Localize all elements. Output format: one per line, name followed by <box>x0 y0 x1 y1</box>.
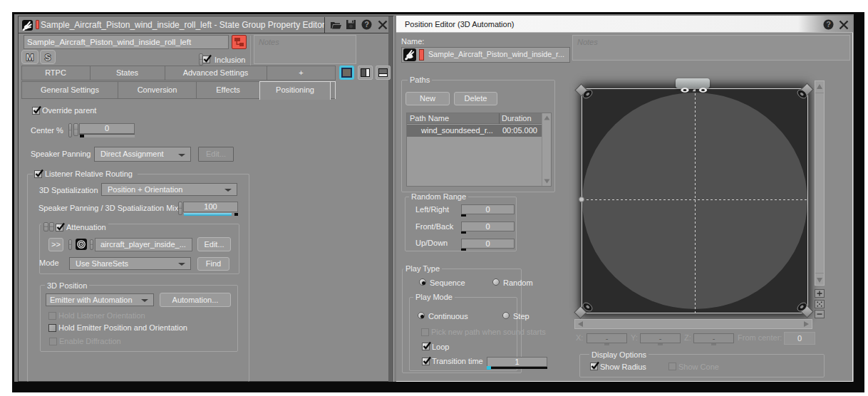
svg-text:M: M <box>26 52 34 63</box>
svg-text:S: S <box>45 52 51 63</box>
svg-text:?: ? <box>826 20 831 28</box>
svg-text:?: ? <box>364 20 369 28</box>
